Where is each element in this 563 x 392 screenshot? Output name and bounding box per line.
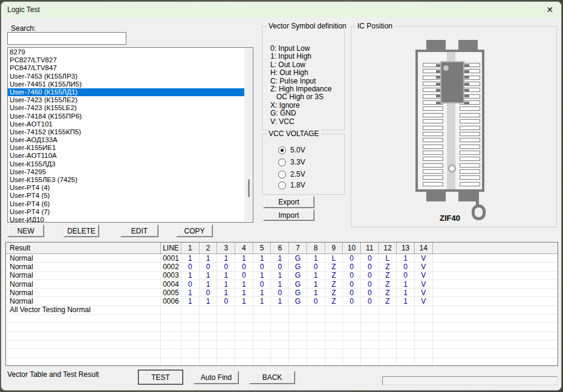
vector-cell: 0 — [253, 280, 272, 288]
vector-cell — [361, 341, 379, 348]
vector-cell — [325, 306, 343, 314]
titlebar[interactable]: Logic Test ✕ — [1, 2, 561, 18]
table-row-empty[interactable] — [6, 349, 558, 358]
export-button[interactable]: Export — [263, 196, 314, 208]
list-item[interactable]: User-7423 (К155LE2) — [8, 104, 244, 112]
vector-cell: G — [289, 254, 307, 262]
list-item[interactable]: User-74451 (К155ЛИ5) — [8, 80, 244, 88]
result-table[interactable]: ResultLINE1234567891011121314Normal00011… — [5, 242, 558, 366]
vector-cell: 0 — [361, 254, 379, 262]
vector-cell: G — [289, 297, 307, 305]
list-item[interactable]: User-К155ИЕ1 — [8, 144, 244, 152]
vector-cell: Z — [325, 289, 343, 296]
vcc-option[interactable]: 1.8V — [278, 181, 305, 189]
list-item[interactable]: User-К155ЛЕ3 (7425) — [8, 176, 244, 184]
vector-cell: 1 — [397, 280, 415, 288]
back-button[interactable]: BACK — [249, 371, 295, 384]
test-button[interactable]: TEST — [138, 370, 183, 385]
vcc-option[interactable]: 5.0V — [278, 146, 305, 154]
table-row-empty[interactable] — [6, 332, 558, 341]
new-button[interactable]: NEW — [7, 224, 44, 237]
table-row-empty[interactable] — [6, 315, 558, 323]
list-item[interactable]: User-7423 (К155ЛЕ2) — [8, 96, 244, 104]
vector-cell: Z — [379, 263, 397, 270]
chip-pin — [464, 95, 469, 97]
list-item[interactable]: 8279 — [8, 48, 244, 56]
vector-cell — [307, 358, 325, 366]
pin-slot — [423, 119, 443, 123]
vector-cell — [235, 306, 253, 314]
vcc-option[interactable]: 3.3V — [278, 158, 305, 166]
list-item[interactable]: User-7453 (К155ЛР3) — [8, 73, 244, 80]
vector-symbol-legend: 0: Input Low1: Input HighL: Out LowH: Ou… — [270, 45, 331, 126]
list-item[interactable]: User-74295 — [8, 168, 244, 176]
list-item[interactable]: PC827/LTV827 — [8, 56, 244, 64]
close-icon[interactable]: ✕ — [543, 4, 556, 16]
list-item[interactable]: User-AOT110A — [8, 152, 244, 160]
import-button[interactable]: Import — [263, 209, 314, 221]
list-item[interactable]: User-74184 (К155ПР6) — [8, 113, 244, 120]
column-header: Result — [6, 243, 161, 254]
vector-cell: 0 — [343, 289, 361, 296]
vector-cell — [361, 323, 379, 331]
list-item[interactable]: User-AOT101 — [8, 120, 244, 128]
table-row-empty[interactable] — [6, 323, 558, 332]
table-row[interactable]: Normal0004011101G1Z00Z1V — [6, 280, 558, 289]
vector-cell — [361, 315, 379, 322]
radio-button[interactable] — [278, 181, 286, 189]
vcc-option[interactable]: 2.5V — [278, 170, 305, 178]
delete-button[interactable]: DELETE — [63, 224, 99, 237]
line-cell: 0006 — [161, 297, 181, 305]
vector-cell: 0 — [181, 280, 200, 288]
vector-cell — [397, 332, 415, 340]
list-item[interactable]: User-К155ЛД3 — [8, 160, 244, 168]
search-input[interactable] — [7, 32, 126, 45]
pin-slot — [460, 163, 480, 168]
list-item[interactable]: User-74152 (К155КП5) — [8, 128, 244, 136]
table-row[interactable]: Normal0006110111G0Z00Z1V — [6, 297, 558, 305]
list-item[interactable]: User-PT4 (4) — [8, 184, 244, 192]
vector-cell: 0 — [200, 289, 218, 296]
table-summary-row[interactable]: All Vector Testing Normal — [6, 306, 558, 315]
list-item[interactable]: User-PT4 (6) — [8, 200, 244, 208]
table-row-empty[interactable] — [6, 358, 558, 366]
line-cell: 0004 — [161, 280, 181, 288]
vector-cell: V — [415, 254, 433, 262]
vector-cell — [379, 332, 397, 340]
result-cell: Normal — [6, 263, 161, 270]
status-label: Vector Table and Test Result — [7, 370, 99, 379]
vector-cell: 0 — [361, 280, 379, 288]
list-item[interactable]: User-АОД133А — [8, 136, 244, 144]
auto-find-button[interactable]: Auto Find — [194, 371, 239, 384]
table-row[interactable]: Normal0005101110G1Z00Z1V — [6, 289, 558, 297]
table-row[interactable]: Normal0003111011G1Z00Z0V — [6, 272, 558, 280]
table-row[interactable]: Normal0002000000G0Z00Z0V — [6, 263, 558, 271]
socket-tab — [426, 190, 446, 201]
radio-button[interactable] — [278, 146, 286, 154]
vector-cell — [289, 332, 307, 340]
list-item[interactable]: User-7460 (К155ЛД1) — [8, 88, 244, 96]
scrollbar-thumb[interactable] — [248, 179, 250, 197]
list-item[interactable]: PC847/LTV847 — [8, 64, 244, 72]
radio-button[interactable] — [278, 158, 286, 166]
result-cell: Normal — [6, 297, 161, 305]
vector-cell — [397, 349, 415, 357]
copy-button[interactable]: COPY — [176, 224, 213, 237]
list-item[interactable]: User-PT4 (7) — [8, 208, 244, 216]
table-row-empty[interactable] — [6, 341, 558, 349]
pin-slot — [423, 106, 443, 111]
list-item[interactable]: User-ИД10 — [8, 216, 244, 223]
radio-button[interactable] — [278, 171, 286, 178]
chip-pin — [464, 76, 469, 79]
line-cell: 0002 — [161, 263, 181, 270]
vector-cell — [200, 358, 218, 366]
list-scrollbar[interactable] — [244, 48, 253, 221]
list-item[interactable]: User-PT4 (5) — [8, 192, 244, 200]
result-cell: Normal — [6, 280, 161, 288]
device-list[interactable]: 8279PC827/LTV827PC847/LTV847User-7453 (К… — [7, 47, 253, 223]
table-row[interactable]: Normal0001111111G1L00L1V — [6, 254, 558, 263]
edit-button[interactable]: EDIT — [120, 224, 158, 237]
pin-slot — [423, 175, 443, 180]
socket-hole — [448, 165, 456, 172]
filler-cell — [433, 254, 558, 262]
